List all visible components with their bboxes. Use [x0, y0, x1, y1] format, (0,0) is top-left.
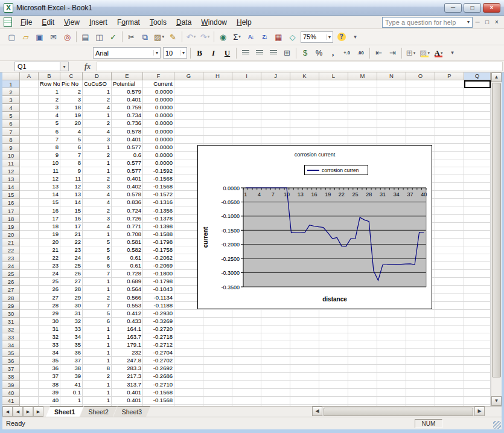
- cell-J3[interactable]: [261, 96, 290, 104]
- row-header-19[interactable]: 19: [2, 223, 20, 231]
- cell-D28[interactable]: 2: [83, 294, 112, 302]
- menu-window[interactable]: Window: [196, 16, 232, 29]
- column-header-C[interactable]: C: [60, 72, 83, 80]
- cell-A5[interactable]: [20, 112, 39, 120]
- cell-A4[interactable]: [20, 104, 39, 112]
- cell-M36[interactable]: [348, 357, 377, 365]
- column-header-O[interactable]: O: [406, 72, 435, 80]
- row-header-6[interactable]: 6: [2, 120, 20, 127]
- cell-A14[interactable]: [20, 183, 39, 191]
- cell-D39[interactable]: 1: [83, 381, 112, 389]
- row-header-14[interactable]: 14: [2, 183, 20, 191]
- cell-C32[interactable]: 33: [60, 326, 83, 333]
- format-painter-icon[interactable]: ✎: [167, 31, 179, 43]
- cell-K36[interactable]: [290, 357, 319, 365]
- cell-F32[interactable]: -0.2720: [143, 326, 174, 333]
- cell-Q12[interactable]: [464, 167, 491, 175]
- cell-O30[interactable]: [406, 310, 435, 318]
- column-header-N[interactable]: N: [377, 72, 406, 80]
- cell-K1[interactable]: [290, 80, 319, 88]
- cell-E3[interactable]: 0.401: [112, 96, 143, 104]
- cell-P7[interactable]: [435, 128, 464, 136]
- borders-icon[interactable]: ⊞▾: [404, 47, 417, 59]
- cell-F40[interactable]: -0.1568: [143, 389, 174, 397]
- corrosion-current-chart[interactable]: corrosion current corrosion curren 0.000…: [197, 145, 432, 309]
- row-header-1[interactable]: 1: [2, 80, 20, 88]
- cell-C21[interactable]: 22: [60, 239, 83, 246]
- row-header-37[interactable]: 37: [2, 365, 20, 373]
- cell-C39[interactable]: 41: [60, 381, 83, 389]
- cell-Q3[interactable]: [464, 96, 491, 104]
- scroll-left-icon[interactable]: ◀: [312, 406, 322, 416]
- column-header-P[interactable]: P: [435, 72, 464, 80]
- cell-D7[interactable]: 4: [83, 128, 112, 136]
- cell-F6[interactable]: 0.0000: [143, 120, 174, 127]
- cell-A21[interactable]: [20, 239, 39, 246]
- cell-N3[interactable]: [377, 96, 406, 104]
- cell-P5[interactable]: [435, 112, 464, 120]
- cell-J2[interactable]: [261, 88, 290, 96]
- cell-N31[interactable]: [377, 318, 406, 326]
- cell-J6[interactable]: [261, 120, 290, 127]
- cell-I31[interactable]: [232, 318, 261, 326]
- scroll-up-icon[interactable]: ▲: [491, 72, 502, 82]
- cell-J31[interactable]: [261, 318, 290, 326]
- cell-Q20[interactable]: [464, 231, 491, 239]
- cell-E35[interactable]: 232: [112, 349, 143, 357]
- cell-D2[interactable]: 1: [83, 88, 112, 96]
- cell-J35[interactable]: [261, 349, 290, 357]
- cell-J40[interactable]: [261, 389, 290, 397]
- cell-A1[interactable]: [20, 80, 39, 88]
- cell-C11[interactable]: 8: [60, 159, 83, 167]
- cell-L35[interactable]: [319, 349, 348, 357]
- cell-K32[interactable]: [290, 326, 319, 333]
- column-header-I[interactable]: I: [232, 72, 261, 80]
- cell-E22[interactable]: 0.582: [112, 246, 143, 254]
- cell-F26[interactable]: -0.1798: [143, 278, 174, 286]
- cell-H38[interactable]: [203, 373, 232, 380]
- cell-M41[interactable]: [348, 397, 377, 405]
- cell-A12[interactable]: [20, 167, 39, 175]
- row-header-8[interactable]: 8: [2, 136, 20, 144]
- cell-B4[interactable]: 3: [39, 104, 60, 112]
- cell-D25[interactable]: 7: [83, 270, 112, 278]
- cell-L4[interactable]: [319, 104, 348, 112]
- cell-Q8[interactable]: [464, 136, 491, 144]
- cell-H42[interactable]: [203, 405, 232, 406]
- cell-H41[interactable]: [203, 397, 232, 405]
- cell-P16[interactable]: [435, 199, 464, 207]
- cell-C38[interactable]: 39: [60, 373, 83, 380]
- cell-D17[interactable]: 2: [83, 207, 112, 215]
- cell-C31[interactable]: 32: [60, 318, 83, 326]
- cell-C40[interactable]: 0.1: [60, 389, 83, 397]
- cell-J32[interactable]: [261, 326, 290, 333]
- cell-K3[interactable]: [290, 96, 319, 104]
- cell-Q19[interactable]: [464, 223, 491, 231]
- autosum-icon[interactable]: Σ▾: [231, 31, 243, 43]
- cell-L36[interactable]: [319, 357, 348, 365]
- cell-P38[interactable]: [435, 373, 464, 380]
- row-header-28[interactable]: 28: [2, 294, 20, 302]
- cell-K35[interactable]: [290, 349, 319, 357]
- row-header-25[interactable]: 25: [2, 270, 20, 278]
- cell-J5[interactable]: [261, 112, 290, 120]
- cell-A30[interactable]: [20, 310, 39, 318]
- cell-A11[interactable]: [20, 159, 39, 167]
- cell-Q14[interactable]: [464, 183, 491, 191]
- cell-B40[interactable]: 39: [39, 389, 60, 397]
- cell-D31[interactable]: 6: [83, 318, 112, 326]
- cell-C19[interactable]: 17: [60, 223, 83, 231]
- cell-F27[interactable]: -0.1043: [143, 286, 174, 293]
- cell-B26[interactable]: 25: [39, 278, 60, 286]
- cell-J41[interactable]: [261, 397, 290, 405]
- cell-J38[interactable]: [261, 373, 290, 380]
- cell-J36[interactable]: [261, 357, 290, 365]
- cell-E39[interactable]: 313.7: [112, 381, 143, 389]
- cell-F10[interactable]: 0.0000: [143, 152, 174, 159]
- cell-P33[interactable]: [435, 333, 464, 341]
- cell-C18[interactable]: 16: [60, 215, 83, 223]
- cell-H36[interactable]: [203, 357, 232, 365]
- cell-I6[interactable]: [232, 120, 261, 127]
- cell-G2[interactable]: [174, 88, 203, 96]
- cell-K33[interactable]: [290, 333, 319, 341]
